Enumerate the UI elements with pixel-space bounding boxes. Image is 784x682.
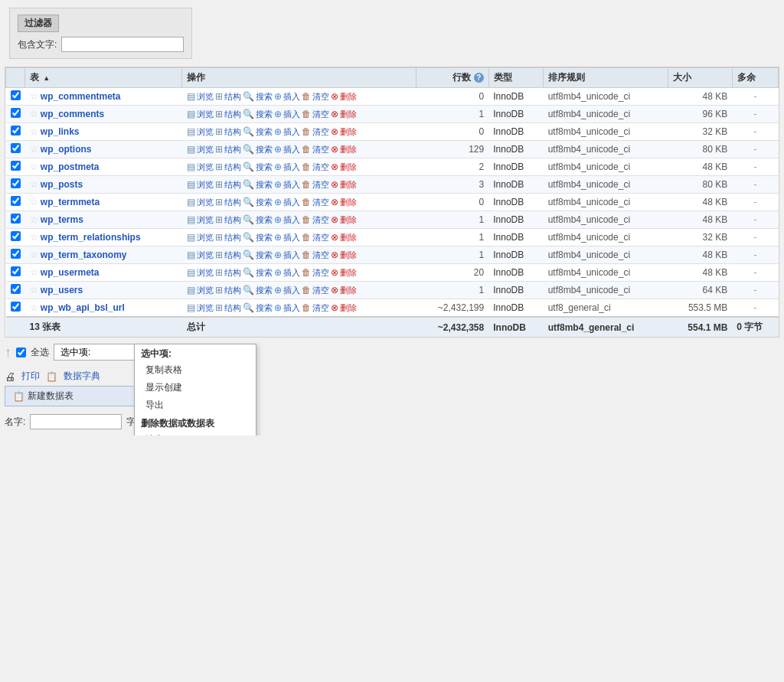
delete-button[interactable]: 删除 [340, 267, 357, 279]
structure-button[interactable]: 结构 [224, 197, 241, 208]
structure-button[interactable]: 结构 [224, 162, 241, 173]
search-button[interactable]: 搜索 [256, 162, 273, 173]
row-checkbox[interactable] [11, 178, 21, 188]
empty-button[interactable]: 清空 [312, 250, 329, 261]
browse-button[interactable]: 浏览 [197, 162, 214, 173]
empty-button[interactable]: 清空 [312, 109, 329, 120]
select-all-checkbox[interactable] [16, 348, 26, 357]
favorite-icon[interactable]: ☆ [30, 91, 38, 102]
row-checkbox[interactable] [11, 90, 21, 100]
empty-button[interactable]: 清空 [312, 179, 329, 191]
menu-item[interactable]: 显示创建 [135, 379, 256, 396]
table-name-link[interactable]: wp_links [41, 126, 80, 137]
structure-button[interactable]: 结构 [224, 126, 241, 138]
table-name-link[interactable]: wp_terms [41, 214, 83, 225]
row-checkbox[interactable] [11, 284, 21, 294]
insert-button[interactable]: 插入 [283, 214, 300, 226]
favorite-icon[interactable]: ☆ [30, 179, 38, 190]
empty-button[interactable]: 清空 [312, 214, 329, 226]
browse-button[interactable]: 浏览 [197, 285, 214, 296]
search-button[interactable]: 搜索 [256, 267, 273, 279]
table-name-link[interactable]: wp_options [41, 144, 92, 155]
table-name-link[interactable]: wp_termmeta [41, 197, 100, 207]
menu-item[interactable]: 导出 [135, 396, 256, 414]
insert-button[interactable]: 插入 [283, 267, 300, 279]
favorite-icon[interactable]: ☆ [30, 302, 38, 313]
browse-button[interactable]: 浏览 [197, 250, 214, 261]
print-button[interactable]: 打印 [21, 370, 40, 383]
empty-button[interactable]: 清空 [312, 232, 329, 243]
favorite-icon[interactable]: ☆ [30, 197, 38, 207]
structure-button[interactable]: 结构 [224, 144, 241, 155]
delete-button[interactable]: 删除 [340, 162, 357, 173]
table-name-link[interactable]: wp_posts [41, 179, 83, 190]
browse-button[interactable]: 浏览 [197, 126, 214, 138]
insert-button[interactable]: 插入 [283, 109, 300, 120]
dict-button[interactable]: 数据字典 [64, 370, 100, 383]
insert-button[interactable]: 插入 [283, 232, 300, 243]
search-button[interactable]: 搜索 [256, 144, 273, 155]
search-button[interactable]: 搜索 [256, 179, 273, 191]
delete-button[interactable]: 删除 [340, 197, 357, 208]
insert-button[interactable]: 插入 [283, 197, 300, 208]
favorite-icon[interactable]: ☆ [30, 285, 38, 295]
delete-button[interactable]: 删除 [340, 126, 357, 138]
structure-button[interactable]: 结构 [224, 91, 241, 103]
header-table[interactable]: 表 ▲ [25, 68, 182, 88]
structure-button[interactable]: 结构 [224, 267, 241, 279]
browse-button[interactable]: 浏览 [197, 109, 214, 120]
delete-button[interactable]: 删除 [340, 302, 357, 314]
favorite-icon[interactable]: ☆ [30, 267, 38, 278]
insert-button[interactable]: 插入 [283, 250, 300, 261]
empty-button[interactable]: 清空 [312, 126, 329, 138]
delete-button[interactable]: 删除 [340, 109, 357, 120]
name-input[interactable] [30, 414, 122, 429]
structure-button[interactable]: 结构 [224, 109, 241, 120]
browse-button[interactable]: 浏览 [197, 232, 214, 243]
structure-button[interactable]: 结构 [224, 214, 241, 226]
table-name-link[interactable]: wp_usermeta [41, 267, 100, 278]
search-button[interactable]: 搜索 [256, 126, 273, 138]
row-checkbox[interactable] [11, 266, 21, 276]
search-button[interactable]: 搜索 [256, 250, 273, 261]
search-button[interactable]: 搜索 [256, 214, 273, 226]
table-name-link[interactable]: wp_users [41, 285, 83, 295]
search-button[interactable]: 搜索 [256, 232, 273, 243]
empty-button[interactable]: 清空 [312, 285, 329, 296]
favorite-icon[interactable]: ☆ [30, 126, 38, 137]
row-checkbox[interactable] [11, 214, 21, 224]
table-name-link[interactable]: wp_comments [41, 109, 104, 119]
empty-button[interactable]: 清空 [312, 91, 329, 103]
help-icon[interactable]: ? [474, 73, 484, 83]
delete-button[interactable]: 删除 [340, 250, 357, 261]
table-name-link[interactable]: wp_commentmeta [41, 91, 121, 102]
browse-button[interactable]: 浏览 [197, 144, 214, 155]
empty-button[interactable]: 清空 [312, 144, 329, 155]
structure-button[interactable]: 结构 [224, 285, 241, 296]
structure-button[interactable]: 结构 [224, 232, 241, 243]
delete-button[interactable]: 删除 [340, 214, 357, 226]
table-name-link[interactable]: wp_term_taxonomy [41, 250, 127, 260]
search-button[interactable]: 搜索 [256, 302, 273, 314]
structure-button[interactable]: 结构 [224, 179, 241, 191]
row-checkbox[interactable] [11, 302, 21, 312]
search-button[interactable]: 搜索 [256, 285, 273, 296]
row-checkbox[interactable] [11, 108, 21, 118]
row-checkbox[interactable] [11, 143, 21, 153]
browse-button[interactable]: 浏览 [197, 267, 214, 279]
browse-button[interactable]: 浏览 [197, 214, 214, 226]
search-button[interactable]: 搜索 [256, 197, 273, 208]
browse-button[interactable]: 浏览 [197, 197, 214, 208]
insert-button[interactable]: 插入 [283, 162, 300, 173]
search-button[interactable]: 搜索 [256, 109, 273, 120]
search-button[interactable]: 搜索 [256, 91, 273, 103]
favorite-icon[interactable]: ☆ [30, 162, 38, 172]
empty-button[interactable]: 清空 [312, 197, 329, 208]
structure-button[interactable]: 结构 [224, 250, 241, 261]
favorite-icon[interactable]: ☆ [30, 109, 38, 119]
browse-button[interactable]: 浏览 [197, 179, 214, 191]
row-checkbox[interactable] [11, 196, 21, 206]
row-checkbox[interactable] [11, 126, 21, 135]
row-checkbox[interactable] [11, 231, 21, 241]
filter-input[interactable] [61, 37, 184, 52]
